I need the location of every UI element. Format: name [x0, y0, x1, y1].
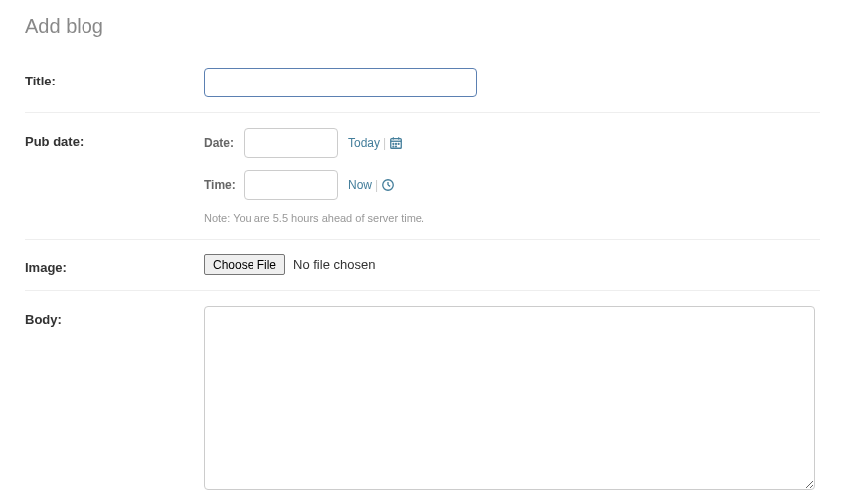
date-sub-row: Date: Today | — [204, 128, 820, 158]
separator: | — [375, 178, 378, 192]
svg-point-4 — [393, 143, 394, 144]
file-input-wrap: Choose File No file chosen — [204, 254, 820, 275]
date-input[interactable] — [244, 128, 338, 158]
choose-file-button[interactable]: Choose File — [204, 254, 285, 275]
page-title: Add blog — [25, 15, 820, 38]
label-time: Time: — [204, 178, 244, 192]
svg-line-11 — [388, 185, 390, 186]
timezone-help-text: Note: You are 5.5 hours ahead of server … — [204, 212, 820, 224]
field-body-body — [204, 306, 820, 493]
svg-point-5 — [396, 143, 397, 144]
row-title: Title: — [25, 63, 820, 113]
time-input[interactable] — [244, 170, 338, 200]
separator: | — [383, 136, 386, 150]
row-pub-date: Pub date: Date: Today | — [25, 113, 820, 240]
label-image: Image: — [25, 254, 204, 275]
row-body: Body: — [25, 291, 820, 504]
body-textarea[interactable] — [204, 306, 815, 490]
label-date: Date: — [204, 136, 244, 150]
now-link[interactable]: Now — [348, 178, 372, 192]
svg-point-7 — [393, 146, 394, 147]
file-status-text: No file chosen — [293, 257, 375, 272]
today-link[interactable]: Today — [348, 136, 380, 150]
calendar-icon[interactable] — [389, 136, 403, 150]
label-title: Title: — [25, 68, 204, 88]
svg-point-6 — [398, 143, 399, 144]
time-sub-row: Time: Now | — [204, 170, 820, 200]
label-pub-date: Pub date: — [25, 128, 204, 149]
svg-point-8 — [396, 146, 397, 147]
clock-icon[interactable] — [381, 178, 395, 192]
field-image-body: Choose File No file chosen — [204, 254, 820, 275]
row-image: Image: Choose File No file chosen — [25, 240, 820, 291]
field-pub-date-body: Date: Today | Time: N — [204, 128, 820, 224]
field-title-body — [204, 68, 820, 97]
label-body: Body: — [25, 306, 204, 327]
title-input[interactable] — [204, 68, 477, 97]
